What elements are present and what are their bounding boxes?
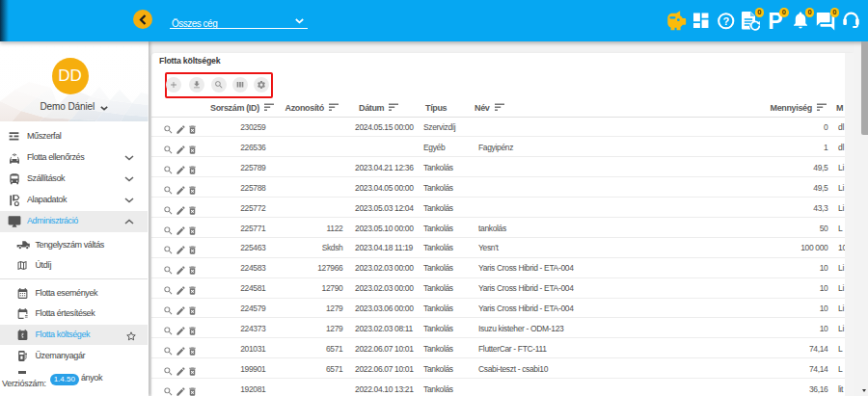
svg-text:?: ? (722, 15, 729, 27)
